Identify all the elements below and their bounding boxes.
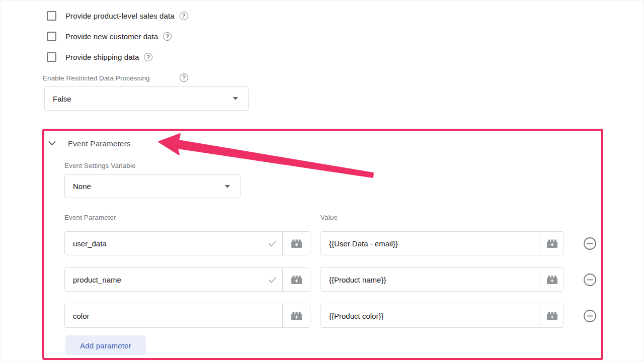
brick-plus-icon bbox=[546, 275, 558, 285]
minus-circle-icon bbox=[583, 237, 597, 250]
chevron-down-icon bbox=[48, 141, 56, 146]
remove-row-button[interactable] bbox=[583, 237, 597, 250]
param-value-field[interactable]: {{Product name}} bbox=[320, 267, 564, 292]
remove-row-button[interactable] bbox=[583, 309, 597, 323]
help-icon[interactable]: ? bbox=[180, 73, 188, 82]
dropdown-caret-icon bbox=[233, 97, 238, 100]
column-header-parameter: Event Parameter bbox=[64, 214, 116, 221]
checkmark-icon bbox=[262, 277, 282, 283]
question-glyph: ? bbox=[182, 75, 186, 80]
column-header-value: Value bbox=[320, 214, 338, 221]
variable-picker-icon[interactable] bbox=[283, 268, 310, 291]
param-value-value: {{Product color}} bbox=[321, 312, 540, 320]
param-name-value: color bbox=[65, 312, 282, 320]
gtm-tag-configuration-panel: Provide product-level sales data ? Provi… bbox=[0, 0, 644, 362]
brick-plus-icon bbox=[291, 275, 302, 285]
variable-picker-icon[interactable] bbox=[540, 304, 564, 327]
variable-picker-icon[interactable] bbox=[540, 268, 564, 291]
checkbox-row-shipping: Provide shipping data ? bbox=[47, 51, 152, 62]
event-parameters-section-header[interactable]: Event Parameters bbox=[48, 139, 131, 148]
shipping-label: Provide shipping data bbox=[65, 53, 139, 61]
section-title: Event Parameters bbox=[68, 139, 131, 148]
restricted-processing-label: Enable Restricted Data Processing bbox=[43, 74, 150, 82]
brick-plus-icon bbox=[546, 311, 558, 321]
remove-row-button[interactable] bbox=[583, 273, 597, 287]
dropdown-caret-icon bbox=[225, 185, 230, 188]
product-sales-checkbox[interactable] bbox=[47, 11, 56, 21]
minus-circle-icon bbox=[583, 309, 597, 323]
minus-circle-icon bbox=[583, 273, 597, 287]
product-sales-label: Provide product-level sales data bbox=[65, 12, 175, 20]
param-name-field[interactable]: product_name bbox=[64, 267, 310, 292]
param-value-value: {{Product name}} bbox=[321, 276, 540, 284]
checkbox-row-new-customer: Provide new customer data ? bbox=[47, 31, 172, 42]
restricted-processing-select[interactable]: False bbox=[44, 86, 249, 111]
new-customer-checkbox[interactable] bbox=[47, 32, 56, 41]
param-name-value: product_name bbox=[65, 276, 262, 284]
event-settings-variable-value: None bbox=[65, 182, 225, 191]
new-customer-label: Provide new customer data bbox=[65, 32, 158, 41]
param-value-value: {{User Data - email}} bbox=[321, 239, 540, 248]
shipping-checkbox[interactable] bbox=[47, 52, 56, 62]
variable-picker-icon[interactable] bbox=[283, 232, 310, 255]
variable-picker-icon[interactable] bbox=[540, 232, 564, 255]
restricted-processing-value: False bbox=[45, 95, 233, 103]
brick-plus-icon bbox=[291, 311, 302, 321]
param-value-field[interactable]: {{Product color}} bbox=[320, 304, 564, 328]
param-name-field[interactable]: user_data bbox=[64, 231, 310, 255]
question-glyph: ? bbox=[166, 34, 169, 39]
add-parameter-button[interactable]: Add parameter bbox=[65, 335, 146, 355]
brick-plus-icon bbox=[546, 239, 558, 248]
event-settings-variable-select[interactable]: None bbox=[64, 174, 240, 198]
variable-picker-icon[interactable] bbox=[283, 304, 310, 327]
checkbox-row-product-sales: Provide product-level sales data ? bbox=[47, 10, 188, 21]
param-name-field[interactable]: color bbox=[64, 304, 310, 328]
event-settings-variable-label: Event Settings Variable bbox=[64, 162, 136, 169]
param-name-value: user_data bbox=[65, 239, 262, 248]
question-glyph: ? bbox=[147, 54, 150, 60]
help-icon[interactable]: ? bbox=[180, 12, 188, 20]
help-icon[interactable]: ? bbox=[144, 53, 152, 61]
brick-plus-icon bbox=[291, 239, 302, 248]
param-value-field[interactable]: {{User Data - email}} bbox=[320, 231, 564, 255]
question-glyph: ? bbox=[182, 13, 186, 19]
help-icon[interactable]: ? bbox=[163, 32, 172, 41]
checkmark-icon bbox=[262, 240, 282, 247]
